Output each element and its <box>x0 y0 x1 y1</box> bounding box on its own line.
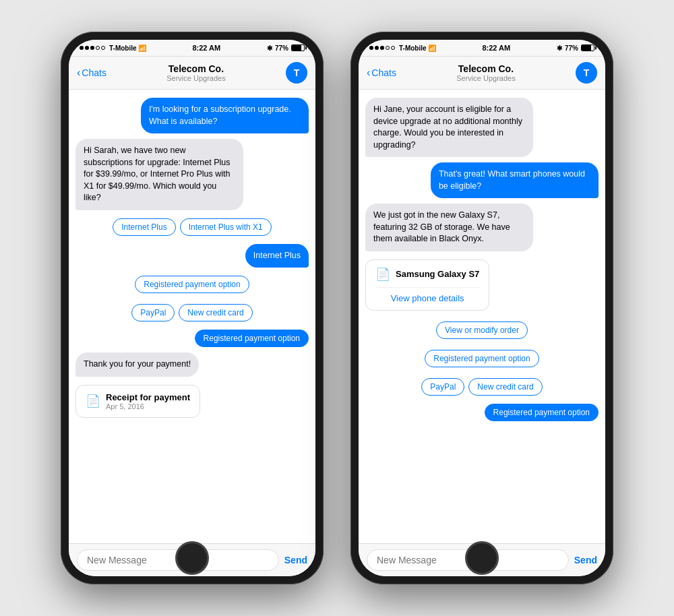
battery-fill-left <box>292 45 301 51</box>
qr-internet-plus-x1-left[interactable]: Internet Plus with X1 <box>180 218 272 236</box>
qr-registered-right[interactable]: Registered payment option <box>425 350 539 367</box>
qr-paypal-left[interactable]: PayPal <box>131 304 175 321</box>
dot5 <box>101 46 105 50</box>
rdot5 <box>391 46 395 50</box>
selected-payment-right: Registered payment option <box>485 404 599 421</box>
wifi-icon-left: 📶 <box>138 44 146 52</box>
msg-received-2-left: Thank you for your payment! <box>75 352 309 377</box>
bubble-received-2-left: Thank you for your payment! <box>75 352 199 377</box>
msg-received-2-right: We just got in the new Galaxy S7, featur… <box>365 204 599 251</box>
card-subtitle-left: Apr 5, 2016 <box>106 402 190 410</box>
bubble-sent-1-right: That's great! What smart phones would be… <box>431 162 599 198</box>
quick-replies-3-left: PayPal New credit card <box>75 301 309 324</box>
nav-avatar-right[interactable]: T <box>576 62 597 84</box>
msg-sent-2-left: Internet Plus <box>75 244 309 268</box>
qr-internet-plus-left[interactable]: Internet Plus <box>113 218 175 236</box>
rdot4 <box>386 46 390 50</box>
carrier-name-right: T-Mobile <box>399 44 427 52</box>
dot1 <box>80 46 84 50</box>
status-bar-right: T-Mobile 📶 8:22 AM ✱ 77% <box>359 40 605 57</box>
battery-percent-right: 77% <box>565 44 578 52</box>
home-button-left[interactable] <box>175 541 209 575</box>
msg-selected-right: Registered payment option <box>365 404 599 421</box>
phone-right-screen: T-Mobile 📶 8:22 AM ✱ 77% ‹ Chats <box>359 40 605 576</box>
msg-selected-left: Registered payment option <box>75 330 309 347</box>
quick-replies-1-left: Internet Plus Internet Plus with X1 <box>75 216 309 239</box>
qr-new-cc-left[interactable]: New credit card <box>179 304 252 321</box>
send-button-right[interactable]: Send <box>574 555 597 565</box>
send-button-left[interactable]: Send <box>284 555 307 565</box>
messages-area-right: Hi Jane, your account is eligible for a … <box>359 90 605 543</box>
selected-payment-left: Registered payment option <box>195 330 309 347</box>
card-title-left: 📄 Receipt for payment Apr 5, 2016 <box>86 392 190 410</box>
quick-replies-1-right: View or modify order <box>365 319 599 342</box>
view-phone-details-link[interactable]: View phone details <box>375 287 479 303</box>
quick-replies-2-right: Registered payment option <box>365 347 599 370</box>
msg-sent-1-left: I'm looking for a subscription upgrade. … <box>75 98 309 133</box>
nav-bar-left: ‹ Chats Telecom Co. Service Upgrades T <box>69 57 315 90</box>
status-carrier-left: T-Mobile 📶 <box>80 44 146 52</box>
bluetooth-icon-right: ✱ <box>557 44 562 52</box>
dot4 <box>96 46 100 50</box>
nav-avatar-left[interactable]: T <box>286 62 307 84</box>
card-title-text-left: Receipt for payment <box>106 392 190 402</box>
nav-center-left: Telecom Co. Service Upgrades <box>106 63 286 82</box>
card-title-right: 📄 Samsung Galaxy S7 <box>375 267 479 282</box>
dot3 <box>90 46 94 50</box>
msg-received-1-right: Hi Jane, your account is eligible for a … <box>365 98 599 157</box>
qr-registered-left[interactable]: Registered payment option <box>135 276 249 293</box>
bluetooth-icon-left: ✱ <box>267 44 272 52</box>
phone-right: T-Mobile 📶 8:22 AM ✱ 77% ‹ Chats <box>350 32 613 584</box>
galaxy-card-right[interactable]: 📄 Samsung Galaxy S7 View phone details <box>365 259 489 311</box>
nav-title-right: Telecom Co. <box>396 63 576 74</box>
status-carrier-right: T-Mobile 📶 <box>369 44 436 52</box>
msg-sent-1-right: That's great! What smart phones would be… <box>365 162 599 198</box>
quick-replies-2-left: Registered payment option <box>75 273 309 296</box>
dot2 <box>85 46 89 50</box>
nav-center-right: Telecom Co. Service Upgrades <box>396 63 576 82</box>
back-button-left[interactable]: ‹ Chats <box>77 67 106 79</box>
rdot2 <box>375 46 379 50</box>
battery-icon-left <box>291 44 305 51</box>
time-right: 8:22 AM <box>482 44 510 52</box>
bubble-received-1-left: Hi Sarah, we have two new subscriptions … <box>75 139 243 210</box>
bubble-sent-1-left: I'm looking for a subscription upgrade. … <box>141 98 309 133</box>
battery-icon-right <box>581 44 594 51</box>
receipt-icon-left: 📄 <box>86 394 100 408</box>
back-button-right[interactable]: ‹ Chats <box>367 67 396 79</box>
phones-container: T-Mobile 📶 8:22 AM ✱ 77% ‹ Chats <box>47 18 627 598</box>
back-label-left[interactable]: Chats <box>82 67 106 78</box>
nav-subtitle-right: Service Upgrades <box>396 74 576 82</box>
chevron-left-icon-left: ‹ <box>77 67 80 79</box>
battery-percent-left: 77% <box>275 44 288 52</box>
wifi-icon-right: 📶 <box>428 44 436 52</box>
status-right-right: ✱ 77% <box>557 44 594 52</box>
receipt-card-left[interactable]: 📄 Receipt for payment Apr 5, 2016 <box>75 385 200 418</box>
qr-view-modify-right[interactable]: View or modify order <box>436 321 528 339</box>
messages-area-left: I'm looking for a subscription upgrade. … <box>69 90 315 543</box>
rdot1 <box>369 46 373 50</box>
phone-left: T-Mobile 📶 8:22 AM ✱ 77% ‹ Chats <box>61 32 324 584</box>
quick-replies-3-right: PayPal New credit card <box>365 375 599 398</box>
chevron-left-icon-right: ‹ <box>367 67 370 79</box>
phone-left-screen: T-Mobile 📶 8:22 AM ✱ 77% ‹ Chats <box>69 40 315 576</box>
rdot3 <box>380 46 384 50</box>
bubble-received-1-right: Hi Jane, your account is eligible for a … <box>365 98 533 157</box>
back-label-right[interactable]: Chats <box>371 67 396 78</box>
status-bar-left: T-Mobile 📶 8:22 AM ✱ 77% <box>69 40 315 57</box>
qr-paypal-right[interactable]: PayPal <box>421 378 464 396</box>
home-button-right[interactable] <box>465 541 499 575</box>
battery-fill-right <box>582 45 591 51</box>
card-title-text-right: Samsung Galaxy S7 <box>396 269 479 279</box>
signal-dots-right <box>369 46 395 50</box>
nav-title-left: Telecom Co. <box>106 63 286 74</box>
bubble-received-2-right: We just got in the new Galaxy S7, featur… <box>365 204 533 251</box>
galaxy-icon-right: 📄 <box>375 267 390 282</box>
signal-dots-left <box>80 46 105 50</box>
qr-new-cc-right[interactable]: New credit card <box>468 378 542 396</box>
time-left: 8:22 AM <box>192 44 220 52</box>
bubble-sent-2-left: Internet Plus <box>245 244 309 268</box>
nav-bar-right: ‹ Chats Telecom Co. Service Upgrades T <box>359 57 605 90</box>
status-right-left: ✱ 77% <box>267 44 305 52</box>
carrier-name-left: T-Mobile <box>109 44 137 52</box>
